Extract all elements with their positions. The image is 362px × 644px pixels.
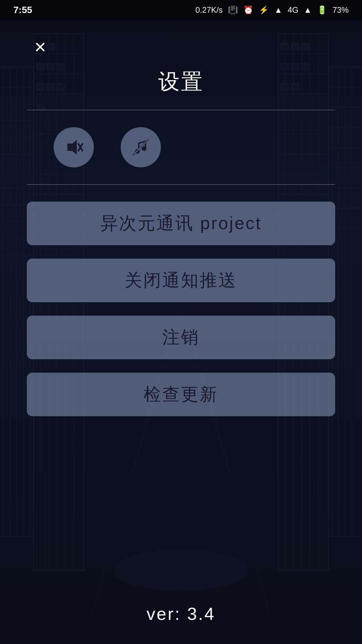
battery-icon: 🔋 <box>317 5 327 15</box>
notifications-button[interactable]: 关闭通知推送 <box>27 259 335 302</box>
sound-off-button[interactable] <box>54 127 94 167</box>
close-button[interactable]: × <box>27 34 54 60</box>
signal-icon-2: ▲ <box>304 5 312 15</box>
svg-point-88 <box>142 146 146 151</box>
check-update-button[interactable]: 检查更新 <box>27 373 335 416</box>
sound-off-icon <box>63 137 84 158</box>
network-type: 4G <box>288 5 298 15</box>
svg-point-82 <box>114 550 248 590</box>
vibrate-icon: 📳 <box>228 5 238 15</box>
icon-row <box>27 127 335 167</box>
signal-icon: ▲ <box>274 5 282 15</box>
top-divider <box>27 110 335 110</box>
version-text: ver: 3.4 <box>146 604 215 624</box>
music-off-button[interactable] <box>121 127 161 167</box>
battery-level: 73% <box>333 5 349 15</box>
logout-button[interactable]: 注销 <box>27 316 335 359</box>
page-title: 设置 <box>158 67 204 96</box>
project-button[interactable]: 异次元通讯 project <box>27 202 335 245</box>
network-speed: 0.27K/s <box>195 5 223 15</box>
status-time: 7:55 <box>13 5 32 15</box>
main-content: × 设置 <box>0 20 362 443</box>
status-bar-right: 0.27K/s 📳 ⏰ ⚡ ▲ 4G ▲ 🔋 73% <box>195 5 349 15</box>
alarm-icon: ⏰ <box>243 5 253 15</box>
music-off-icon <box>130 137 152 158</box>
close-icon: × <box>34 37 46 57</box>
svg-marker-84 <box>68 141 76 154</box>
bottom-divider <box>27 184 335 185</box>
bolt-icon: ⚡ <box>259 5 269 15</box>
status-bar: 7:55 0.27K/s 📳 ⏰ ⚡ ▲ 4G ▲ 🔋 73% <box>0 0 362 20</box>
